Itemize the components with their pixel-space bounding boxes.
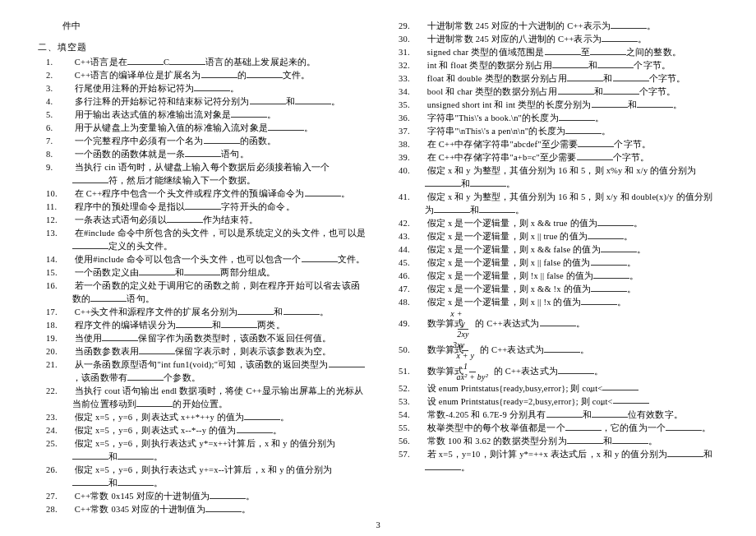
question-item: 6. 用于从键盘上为变量输入值的标准输入流对象是。 — [48, 122, 366, 135]
question-number: 57. — [412, 448, 425, 461]
question-number: 39. — [412, 151, 425, 164]
question-number: 26. — [59, 464, 72, 477]
document-page: 件中 二、填空题 1. C++语言是在C语言的基础上发展起来的。2. C++语言… — [0, 0, 756, 536]
question-number: 33. — [412, 72, 425, 85]
formula-question-list: 49. 数学算式 x + y2xy 的 C++表达式为。50. 数学算式 3xy… — [390, 309, 718, 382]
question-number: 50. — [412, 340, 425, 361]
question-number: 34. — [412, 85, 425, 99]
question-item: 47. 假定 x 是一个逻辑量，则 x && !x 的值为。 — [400, 283, 718, 296]
question-number: 10. — [59, 187, 72, 201]
question-item: 38. 在 C++中存储字符串"abcdef"至少需要个字节。 — [400, 138, 718, 151]
question-item: 57. 若 x=5，y=10，则计算 y*=++x 表达式后，x 和 y 的值分… — [400, 448, 718, 474]
question-number: 17. — [59, 306, 72, 319]
question-number: 3. — [59, 82, 72, 95]
two-column-layout: 件中 二、填空题 1. C++语言是在C语言的基础上发展起来的。2. C++语言… — [38, 20, 718, 529]
fraction-denominator: 2xy — [466, 330, 472, 340]
question-number: 5. — [59, 109, 72, 122]
question-item: 44. 假定 x 是一个逻辑量，则 x && false 的值为。 — [400, 243, 718, 256]
question-item: 17. C++头文件和源程序文件的扩展名分别为和。 — [48, 306, 366, 319]
question-number: 16. — [59, 280, 72, 293]
question-item: 21. 从一条函数原型语句"int fun1(void);"可知，该函数的返回类… — [48, 358, 366, 385]
question-number: 4. — [59, 95, 72, 109]
section-title: 二、填空题 — [38, 41, 366, 53]
fraction-numerator: 1 — [469, 362, 476, 372]
question-number: 11. — [59, 201, 72, 214]
left-column: 件中 二、填空题 1. C++语言是在C语言的基础上发展起来的。2. C++语言… — [38, 20, 366, 529]
question-number: 51. — [412, 361, 425, 382]
question-item: 16. 若一个函数的定义处于调用它的函数之前，则在程序开始可以省去该函数的语句。 — [48, 280, 366, 306]
question-item: 29. 十进制常数 245 对应的十六进制的 C++表示为。 — [400, 20, 718, 33]
question-number: 2. — [59, 69, 72, 82]
question-number: 7. — [59, 135, 72, 148]
question-item: 20. 当函数参数表用保留字表示时，则表示该参数表为空。 — [48, 345, 366, 358]
question-number: 25. — [59, 437, 72, 451]
fraction: 3xyx + y — [466, 340, 477, 361]
question-number: 42. — [412, 217, 425, 230]
fraction-numerator: 3xy — [462, 340, 468, 351]
question-number: 45. — [412, 256, 425, 270]
question-item: 36. 字符串"This\'s a book.\n"的长度为。 — [400, 112, 718, 125]
question-item: 34. bool 和 char 类型的数据分别占用和个字节。 — [400, 85, 718, 99]
question-number: 23. — [59, 411, 72, 424]
question-item: 52. 设 enum Printstatus{ready,busy,error}… — [400, 382, 718, 395]
question-item: 55. 枚举类型中的每个枚举值都是一个，它的值为一个。 — [400, 422, 718, 435]
question-item: 3. 行尾使用注释的开始标记符为。 — [48, 82, 366, 95]
question-item: 25. 假定 x=5，y=6，则执行表达式 y*=x++计算后，x 和 y 的值… — [48, 437, 366, 464]
fraction: 1ax² + by² — [466, 362, 491, 382]
question-item: 27. C++常数 0x145 对应的十进制值为。 — [48, 490, 366, 503]
question-number: 36. — [412, 112, 425, 125]
question-item: 13. 在#include 命令中所包含的头文件，可以是系统定义的头文件，也可以… — [48, 227, 366, 253]
question-item: 9. 当执行 cin 语句时，从键盘上输入每个数据后必须接着输入一个符，然后才能… — [48, 161, 366, 187]
page-number: 3 — [0, 520, 756, 529]
question-item: 43. 假定 x 是一个逻辑量，则 x || true 的值为。 — [400, 230, 718, 243]
question-number: 53. — [412, 395, 425, 409]
left-question-list: 1. C++语言是在C语言的基础上发展起来的。2. C++语言的编译单位是扩展名… — [38, 56, 366, 516]
fraction-denominator: ax² + by² — [466, 372, 491, 382]
question-item: 26. 假定 x=5，y=6，则执行表达式 y+=x--计算后，x 和 y 的值… — [48, 464, 366, 490]
question-number: 40. — [412, 164, 425, 178]
question-number: 48. — [412, 296, 425, 309]
question-number: 14. — [59, 253, 72, 266]
question-number: 52. — [412, 382, 425, 395]
question-number: 15. — [59, 266, 72, 280]
right-column: 29. 十进制常数 245 对应的十六进制的 C++表示为。30. 十进制常数 … — [390, 20, 718, 529]
question-item: 39. 在 C++中存储字符串"a+b=c"至少需要个字节。 — [400, 151, 718, 164]
fraction-numerator: x + y — [458, 309, 468, 330]
question-item: 40. 假定 x 和 y 为整型，其值分别为 16 和 5，则 x%y 和 x/… — [400, 164, 718, 191]
question-item: 48. 假定 x 是一个逻辑量，则 x || !x 的值为。 — [400, 296, 718, 309]
question-item: 2. C++语言的编译单位是扩展名为的文件。 — [48, 69, 366, 82]
question-item: 10. 在 C++程序中包含一个头文件或程序文件的预编译命令为。 — [48, 187, 366, 201]
question-number: 8. — [59, 148, 72, 161]
formula-question-item: 50. 数学算式 3xyx + y 的 C++表达式为。 — [400, 340, 718, 361]
question-number: 44. — [412, 243, 425, 256]
question-item: 11. 程序中的预处理命令是指以字符开头的命令。 — [48, 201, 366, 214]
formula-question-item: 51. 数学算式 1ax² + by² 的 C++表达式为。 — [400, 361, 718, 382]
formula-question-item: 49. 数学算式 x + y2xy 的 C++表达式为。 — [400, 309, 718, 340]
question-number: 55. — [412, 422, 425, 435]
question-number: 56. — [412, 435, 425, 448]
question-number: 18. — [59, 319, 72, 332]
question-number: 38. — [412, 138, 425, 151]
question-number: 1. — [59, 56, 72, 69]
question-item: 15. 一个函数定义由和两部分组成。 — [48, 266, 366, 280]
question-item: 1. C++语言是在C语言的基础上发展起来的。 — [48, 56, 366, 69]
question-number: 37. — [412, 125, 425, 138]
question-number: 13. — [59, 227, 72, 240]
question-item: 14. 使用#include 命令可以包含一个头文件，也可以包含一个文件。 — [48, 253, 366, 266]
question-item: 41. 假定 x 和 y 为整型，其值分别为 16 和 5，则 x/y 和 do… — [400, 191, 718, 217]
question-item: 54. 常数-4.205 和 6.7E-9 分别具有和位有效数字。 — [400, 409, 718, 422]
question-item: 42. 假定 x 是一个逻辑量，则 x && true 的值为。 — [400, 217, 718, 230]
question-item: 22. 当执行 cout 语句输出 endl 数据项时，将使 C++显示输出屏幕… — [48, 385, 366, 411]
right-after-list: 52. 设 enum Printstatus{ready,busy,error}… — [390, 382, 718, 474]
question-number: 29. — [412, 20, 425, 33]
question-number: 49. — [412, 313, 425, 335]
question-number: 47. — [412, 283, 425, 296]
question-item: 56. 常数 100 和 3.62 的数据类型分别为和。 — [400, 435, 718, 448]
question-item: 12. 一条表达式语句必须以作为结束符。 — [48, 214, 366, 227]
question-item: 45. 假定 x 是一个逻辑量，则 x || false 的值为。 — [400, 256, 718, 270]
question-number: 43. — [412, 230, 425, 243]
question-number: 9. — [59, 161, 72, 174]
question-item: 23. 假定 x=5，y=6，则表达式 x++*++y 的值为。 — [48, 411, 366, 424]
fraction-denominator: x + y — [466, 351, 477, 361]
question-number: 6. — [59, 122, 72, 135]
